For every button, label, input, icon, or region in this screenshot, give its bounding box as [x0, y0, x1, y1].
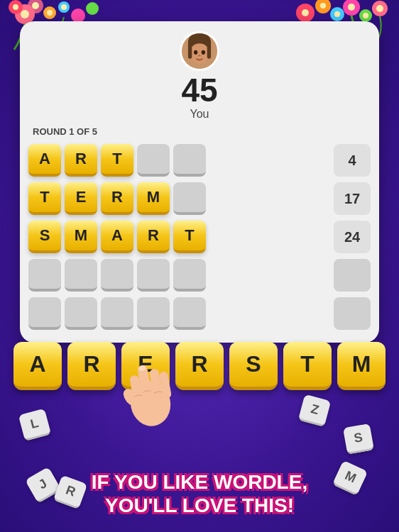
- word-row-5: [28, 297, 371, 330]
- tile-A2: A: [101, 221, 133, 253]
- bank-tile-A[interactable]: A: [13, 342, 62, 390]
- bank-tile-R[interactable]: R: [67, 342, 116, 390]
- word-row-4: [28, 259, 371, 292]
- tile-E: E: [65, 182, 97, 215]
- score-box-3: 24: [334, 221, 371, 253]
- bank-tile-M[interactable]: M: [337, 342, 386, 390]
- svg-point-28: [194, 50, 197, 55]
- tile-R3: R: [137, 221, 170, 253]
- word-row-2: T E R M 17: [28, 182, 371, 215]
- word-tiles-2: T E R M: [28, 182, 329, 215]
- tile-T2: T: [28, 182, 61, 215]
- svg-point-29: [202, 50, 205, 55]
- scattered-S: S: [343, 423, 374, 455]
- tile-empty-4d: [137, 259, 170, 292]
- word-tiles-5: [28, 297, 329, 330]
- word-tiles-1: A R T: [28, 144, 329, 177]
- tile-R: R: [65, 144, 97, 177]
- svg-point-30: [198, 55, 201, 57]
- bank-tile-S[interactable]: S: [229, 342, 278, 390]
- tile-empty-5a: [28, 297, 61, 330]
- tile-empty-4b: [65, 259, 97, 292]
- bank-tile-E[interactable]: E: [121, 342, 170, 390]
- letter-bank: A R E R S T M: [0, 342, 399, 390]
- tile-empty-5c: [101, 297, 133, 330]
- tile-empty-4a: [28, 259, 61, 292]
- tile-T3: T: [173, 221, 206, 253]
- bank-tile-T[interactable]: T: [283, 342, 332, 390]
- tile-empty-1: [137, 144, 170, 177]
- tile-S: S: [28, 221, 61, 253]
- svg-rect-31: [188, 46, 192, 59]
- round-label: ROUND 1 OF 5: [33, 126, 379, 137]
- tile-empty-2: [173, 144, 206, 177]
- tile-T: T: [101, 144, 133, 177]
- bank-tile-R2[interactable]: R: [175, 342, 224, 390]
- tile-empty-5b: [65, 297, 97, 330]
- promo-line2: YOU'LL LOVE THIS!: [14, 494, 385, 518]
- tile-empty-3: [173, 182, 206, 215]
- tile-empty-4c: [101, 259, 133, 292]
- tile-empty-5e: [173, 297, 206, 330]
- score-box-1: 4: [334, 144, 371, 177]
- score-display: 45: [181, 74, 217, 106]
- tile-R2: R: [101, 182, 133, 215]
- score-box-2: 17: [334, 182, 371, 215]
- avatar: [180, 31, 219, 71]
- score-box-5: [334, 297, 371, 330]
- tile-empty-4e: [173, 259, 206, 292]
- score-box-4: [334, 259, 371, 292]
- word-tiles-3: S M A R T: [28, 221, 329, 253]
- tile-empty-5d: [137, 297, 170, 330]
- word-rows-container: A R T 4 T E R M 17 S M A: [20, 144, 379, 330]
- game-card: 45 You ROUND 1 OF 5 A R T 4 T E R M 1: [20, 21, 379, 343]
- word-row-3: S M A R T 24: [28, 221, 371, 253]
- score-header: 45 You: [20, 21, 379, 126]
- svg-rect-32: [207, 46, 211, 59]
- promo-line1: IF YOU LIKE WORDLE,: [14, 470, 385, 494]
- svg-point-27: [190, 43, 210, 64]
- word-tiles-4: [28, 259, 329, 292]
- word-row-1: A R T 4: [28, 144, 371, 177]
- tile-A: A: [28, 144, 61, 177]
- player-name: You: [190, 108, 209, 121]
- tile-M: M: [137, 182, 170, 215]
- tile-M2: M: [65, 221, 97, 253]
- promo-banner: IF YOU LIKE WORDLE, YOU'LL LOVE THIS!: [0, 470, 399, 518]
